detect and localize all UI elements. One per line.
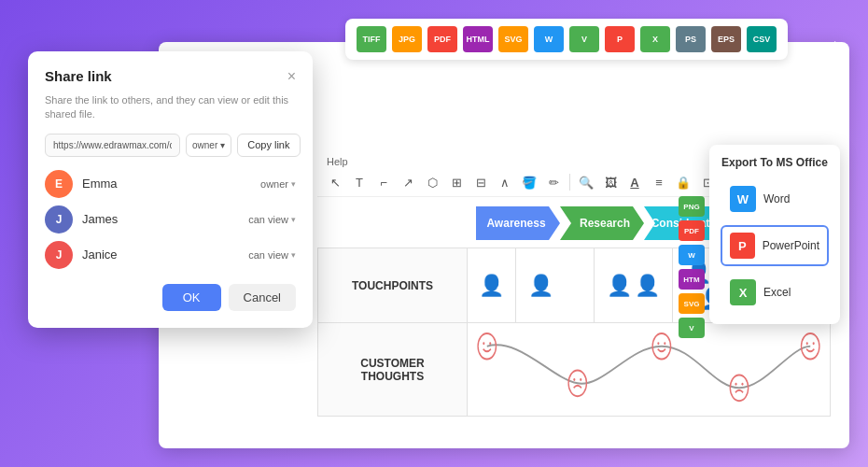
- tool-shape[interactable]: ⬡: [422, 172, 442, 192]
- export-panel: Export To MS Office W Word P PowerPoint …: [709, 145, 840, 324]
- ok-button[interactable]: OK: [162, 284, 221, 311]
- username-emma: Emma: [82, 177, 251, 191]
- tool-more[interactable]: ≡: [649, 172, 669, 192]
- export-ppt-icon: P: [730, 233, 755, 259]
- export-excel-icon: X: [730, 279, 756, 305]
- thoughts-label: CUSTOMERTHOUGHTS: [318, 323, 468, 417]
- tool-zoom-in[interactable]: 🔍: [576, 172, 596, 192]
- sidebar-export-png[interactable]: PNG: [679, 196, 705, 217]
- svg-point-2: [489, 342, 491, 345]
- touchpoint-cell-2: 👤: [515, 248, 594, 323]
- tool-pen[interactable]: ✏: [543, 172, 564, 192]
- svg-point-13: [735, 383, 736, 386]
- emotion-curve-svg: [468, 323, 830, 416]
- copy-link-button[interactable]: Copy link: [237, 134, 300, 157]
- filetype-word-button[interactable]: W: [534, 26, 564, 52]
- export-excel-item[interactable]: X Excel: [721, 272, 829, 313]
- tool-image[interactable]: 🖼: [600, 172, 621, 192]
- share-link-input[interactable]: [45, 134, 180, 157]
- svg-point-14: [741, 383, 743, 386]
- dialog-description: Share the link to others, and they can v…: [45, 93, 296, 122]
- toolbar-separator-1: [569, 174, 570, 191]
- stage-awareness[interactable]: Awareness: [476, 206, 560, 240]
- tool-grid[interactable]: ⊟: [470, 172, 491, 192]
- sidebar-export-pdf[interactable]: PDF: [679, 220, 705, 241]
- dialog-header: Share link ×: [45, 68, 296, 84]
- filetype-csv-button[interactable]: CSV: [747, 26, 777, 52]
- svg-point-7: [806, 342, 808, 345]
- tool-table[interactable]: ⊞: [446, 172, 467, 192]
- touchpoint-cell-1: 👤: [468, 248, 516, 323]
- role-chevron-janice: ▾: [291, 250, 296, 260]
- user-role-james[interactable]: can view ▾: [248, 214, 296, 225]
- svg-point-1: [483, 342, 484, 345]
- username-james: James: [82, 212, 239, 226]
- user-role-janice[interactable]: can view ▾: [248, 249, 296, 261]
- filetype-jpg-button[interactable]: JPG: [392, 26, 422, 52]
- dialog-actions: OK Cancel: [45, 284, 296, 311]
- person-icon-1: 👤: [479, 274, 504, 298]
- sidebar-export-v[interactable]: V: [679, 318, 705, 338]
- export-panel-title: Export To MS Office: [721, 156, 829, 169]
- user-role-emma[interactable]: owner ▾: [260, 178, 296, 190]
- link-row: owner ▾ Copy link: [45, 134, 296, 157]
- tool-cursor[interactable]: ↖: [325, 172, 345, 192]
- person-icon-3a: 👤: [607, 274, 632, 298]
- svg-point-5: [664, 342, 665, 345]
- export-sidebar-icons: PNG PDF W HTM SVG V: [679, 196, 705, 338]
- tool-arrow[interactable]: ↗: [398, 172, 418, 192]
- export-ppt-label: PowerPoint: [763, 239, 819, 252]
- filetype-svg-button[interactable]: SVG: [498, 26, 528, 52]
- tool-line[interactable]: ⌐: [373, 172, 394, 192]
- role-chevron-james: ▾: [291, 215, 296, 224]
- tool-fill[interactable]: 🪣: [519, 172, 539, 192]
- filetype-eps-button[interactable]: EPS: [711, 26, 741, 52]
- people-group-3: 👤 👤: [607, 274, 660, 298]
- filetype-html-button[interactable]: HTML: [463, 26, 493, 52]
- sidebar-export-html[interactable]: HTM: [679, 269, 705, 290]
- filetype-pdf-button[interactable]: PDF: [427, 26, 457, 52]
- svg-point-10: [573, 378, 575, 381]
- export-powerpoint-item[interactable]: P PowerPoint: [721, 225, 829, 266]
- username-janice: Janice: [82, 248, 239, 262]
- filetype-toolbar: TIFF JPG PDF HTML SVG W V P X PS EPS CSV: [345, 19, 788, 60]
- cancel-button[interactable]: Cancel: [229, 284, 296, 311]
- touchpoint-cell-3: 👤 👤: [595, 248, 673, 323]
- tool-chart[interactable]: ∧: [495, 172, 515, 192]
- filetype-ps-button[interactable]: PS: [676, 26, 706, 52]
- svg-point-8: [813, 342, 815, 345]
- link-permission-dropdown[interactable]: owner ▾: [186, 134, 231, 157]
- filetype-tiff-button[interactable]: TIFF: [357, 26, 386, 52]
- export-excel-label: Excel: [763, 286, 791, 299]
- close-icon[interactable]: ×: [287, 69, 296, 84]
- emotion-cell: [468, 323, 831, 417]
- role-label-james: can view: [248, 214, 288, 225]
- thoughts-row: CUSTOMERTHOUGHTS: [318, 323, 831, 417]
- stage-research[interactable]: Research: [560, 206, 644, 240]
- filetype-excel-button[interactable]: X: [640, 26, 670, 52]
- filetype-v-button[interactable]: V: [569, 26, 599, 52]
- filetype-ppt-button[interactable]: P: [605, 26, 635, 52]
- tool-text[interactable]: T: [349, 172, 370, 192]
- person-icon-3b: 👤: [635, 274, 660, 298]
- export-items-list: W Word P PowerPoint X Excel: [721, 178, 829, 313]
- export-arrow-hint: ←: [829, 32, 847, 53]
- share-dialog: Share link × Share the link to others, a…: [28, 51, 313, 328]
- avatar-janice: J: [45, 241, 73, 269]
- tool-lock[interactable]: 🔒: [673, 172, 693, 192]
- user-row-janice: J Janice can view ▾: [45, 241, 296, 269]
- sidebar-export-word[interactable]: W: [679, 245, 705, 265]
- role-chevron-emma: ▾: [291, 179, 296, 189]
- people-group-2: 👤: [528, 274, 581, 298]
- tool-underline[interactable]: A: [624, 172, 645, 192]
- touchpoints-label: TOUCHPOINTS: [318, 248, 468, 323]
- permission-chevron-icon: ▾: [220, 140, 225, 150]
- export-word-item[interactable]: W Word: [721, 178, 829, 219]
- svg-point-0: [478, 333, 496, 360]
- person-icon-2a: 👤: [528, 274, 553, 298]
- sidebar-export-svg[interactable]: SVG: [679, 293, 705, 314]
- svg-point-11: [580, 378, 581, 381]
- role-label-janice: can view: [248, 249, 288, 261]
- help-label: Help: [327, 156, 348, 167]
- user-row-james: J James can view ▾: [45, 205, 296, 234]
